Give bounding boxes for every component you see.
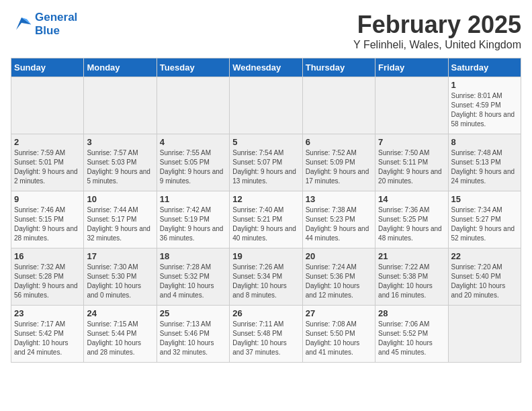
weekday-header-wednesday: Wednesday	[230, 58, 302, 77]
day-info: Sunrise: 8:01 AM Sunset: 4:59 PM Dayligh…	[451, 91, 518, 129]
calendar-cell: 18Sunrise: 7:28 AM Sunset: 5:32 PM Dayli…	[157, 248, 229, 306]
calendar-table: SundayMondayTuesdayWednesdayThursdayFrid…	[11, 58, 521, 363]
title-block: February 2025 Y Felinheli, Wales, United…	[353, 11, 521, 51]
calendar-header: SundayMondayTuesdayWednesdayThursdayFrid…	[11, 58, 521, 77]
day-number: 8	[451, 137, 518, 147]
calendar-cell: 19Sunrise: 7:26 AM Sunset: 5:34 PM Dayli…	[230, 248, 302, 306]
logo: General Blue	[11, 11, 77, 38]
day-info: Sunrise: 7:20 AM Sunset: 5:40 PM Dayligh…	[451, 263, 518, 300]
day-number: 20	[306, 251, 372, 261]
weekday-header-friday: Friday	[375, 58, 448, 77]
calendar-cell	[230, 77, 302, 134]
day-number: 10	[87, 194, 153, 204]
calendar-cell: 24Sunrise: 7:15 AM Sunset: 5:44 PM Dayli…	[84, 306, 157, 363]
calendar-cell: 25Sunrise: 7:13 AM Sunset: 5:46 PM Dayli…	[157, 306, 229, 363]
day-number: 3	[87, 137, 153, 147]
calendar-cell: 9Sunrise: 7:46 AM Sunset: 5:15 PM Daylig…	[11, 191, 84, 248]
day-number: 11	[160, 194, 226, 204]
day-number: 16	[14, 251, 81, 261]
calendar-week-3: 9Sunrise: 7:46 AM Sunset: 5:15 PM Daylig…	[11, 191, 521, 248]
calendar-cell	[84, 77, 157, 134]
weekday-header-row: SundayMondayTuesdayWednesdayThursdayFrid…	[11, 58, 521, 77]
calendar-week-4: 16Sunrise: 7:32 AM Sunset: 5:28 PM Dayli…	[11, 248, 521, 306]
day-info: Sunrise: 7:57 AM Sunset: 5:03 PM Dayligh…	[87, 148, 153, 186]
page-header: General Blue February 2025 Y Felinheli, …	[11, 11, 521, 51]
calendar-week-1: 1Sunrise: 8:01 AM Sunset: 4:59 PM Daylig…	[11, 77, 521, 134]
day-number: 4	[160, 137, 226, 147]
day-info: Sunrise: 7:42 AM Sunset: 5:19 PM Dayligh…	[160, 205, 226, 243]
logo-text: General Blue	[35, 11, 77, 38]
day-number: 1	[451, 80, 518, 90]
logo-icon	[11, 15, 32, 34]
day-info: Sunrise: 7:36 AM Sunset: 5:25 PM Dayligh…	[378, 205, 445, 243]
weekday-header-saturday: Saturday	[448, 58, 521, 77]
day-info: Sunrise: 7:46 AM Sunset: 5:15 PM Dayligh…	[14, 205, 81, 243]
day-number: 9	[14, 194, 81, 204]
day-number: 15	[451, 194, 518, 204]
day-info: Sunrise: 7:22 AM Sunset: 5:38 PM Dayligh…	[378, 263, 445, 300]
svg-marker-0	[16, 17, 31, 30]
weekday-header-sunday: Sunday	[11, 58, 84, 77]
day-info: Sunrise: 7:54 AM Sunset: 5:07 PM Dayligh…	[232, 148, 299, 186]
day-info: Sunrise: 7:30 AM Sunset: 5:30 PM Dayligh…	[87, 263, 153, 300]
weekday-header-monday: Monday	[84, 58, 157, 77]
weekday-header-thursday: Thursday	[302, 58, 375, 77]
calendar-cell: 22Sunrise: 7:20 AM Sunset: 5:40 PM Dayli…	[448, 248, 521, 306]
day-number: 12	[232, 194, 299, 204]
calendar-cell: 12Sunrise: 7:40 AM Sunset: 5:21 PM Dayli…	[230, 191, 302, 248]
day-number: 18	[160, 251, 226, 261]
day-number: 17	[87, 251, 153, 261]
calendar-week-2: 2Sunrise: 7:59 AM Sunset: 5:01 PM Daylig…	[11, 134, 521, 191]
day-info: Sunrise: 7:59 AM Sunset: 5:01 PM Dayligh…	[14, 148, 81, 186]
day-number: 26	[232, 308, 299, 318]
day-number: 7	[378, 137, 445, 147]
day-info: Sunrise: 7:24 AM Sunset: 5:36 PM Dayligh…	[306, 263, 372, 300]
calendar-cell: 26Sunrise: 7:11 AM Sunset: 5:48 PM Dayli…	[230, 306, 302, 363]
day-number: 5	[232, 137, 299, 147]
calendar-cell: 11Sunrise: 7:42 AM Sunset: 5:19 PM Dayli…	[157, 191, 229, 248]
day-number: 14	[378, 194, 445, 204]
day-info: Sunrise: 7:06 AM Sunset: 5:52 PM Dayligh…	[378, 320, 445, 357]
day-number: 19	[232, 251, 299, 261]
day-info: Sunrise: 7:13 AM Sunset: 5:46 PM Dayligh…	[160, 320, 226, 357]
day-info: Sunrise: 7:11 AM Sunset: 5:48 PM Dayligh…	[232, 320, 299, 357]
day-number: 2	[14, 137, 81, 147]
calendar-week-5: 23Sunrise: 7:17 AM Sunset: 5:42 PM Dayli…	[11, 306, 521, 363]
calendar-cell: 14Sunrise: 7:36 AM Sunset: 5:25 PM Dayli…	[375, 191, 448, 248]
day-info: Sunrise: 7:52 AM Sunset: 5:09 PM Dayligh…	[306, 148, 372, 186]
day-info: Sunrise: 7:40 AM Sunset: 5:21 PM Dayligh…	[232, 205, 299, 243]
calendar-cell: 17Sunrise: 7:30 AM Sunset: 5:30 PM Dayli…	[84, 248, 157, 306]
calendar-cell: 4Sunrise: 7:55 AM Sunset: 5:05 PM Daylig…	[157, 134, 229, 191]
day-number: 6	[306, 137, 372, 147]
day-info: Sunrise: 7:55 AM Sunset: 5:05 PM Dayligh…	[160, 148, 226, 186]
day-info: Sunrise: 7:48 AM Sunset: 5:13 PM Dayligh…	[451, 148, 518, 186]
calendar-cell	[157, 77, 229, 134]
calendar-cell: 13Sunrise: 7:38 AM Sunset: 5:23 PM Dayli…	[302, 191, 375, 248]
day-info: Sunrise: 7:50 AM Sunset: 5:11 PM Dayligh…	[378, 148, 445, 186]
calendar-cell: 21Sunrise: 7:22 AM Sunset: 5:38 PM Dayli…	[375, 248, 448, 306]
day-info: Sunrise: 7:26 AM Sunset: 5:34 PM Dayligh…	[232, 263, 299, 300]
calendar-cell: 15Sunrise: 7:34 AM Sunset: 5:27 PM Dayli…	[448, 191, 521, 248]
calendar-cell	[375, 77, 448, 134]
day-info: Sunrise: 7:44 AM Sunset: 5:17 PM Dayligh…	[87, 205, 153, 243]
calendar-cell: 20Sunrise: 7:24 AM Sunset: 5:36 PM Dayli…	[302, 248, 375, 306]
calendar-title: February 2025	[353, 11, 521, 39]
calendar-cell: 10Sunrise: 7:44 AM Sunset: 5:17 PM Dayli…	[84, 191, 157, 248]
day-info: Sunrise: 7:17 AM Sunset: 5:42 PM Dayligh…	[14, 320, 81, 357]
day-info: Sunrise: 7:38 AM Sunset: 5:23 PM Dayligh…	[306, 205, 372, 243]
calendar-cell: 8Sunrise: 7:48 AM Sunset: 5:13 PM Daylig…	[448, 134, 521, 191]
day-number: 24	[87, 308, 153, 318]
day-number: 27	[306, 308, 372, 318]
calendar-cell: 1Sunrise: 8:01 AM Sunset: 4:59 PM Daylig…	[448, 77, 521, 134]
day-number: 28	[378, 308, 445, 318]
day-number: 23	[14, 308, 81, 318]
weekday-header-tuesday: Tuesday	[157, 58, 229, 77]
calendar-cell	[302, 77, 375, 134]
calendar-cell: 2Sunrise: 7:59 AM Sunset: 5:01 PM Daylig…	[11, 134, 84, 191]
calendar-cell	[448, 306, 521, 363]
day-number: 21	[378, 251, 445, 261]
day-info: Sunrise: 7:08 AM Sunset: 5:50 PM Dayligh…	[306, 320, 372, 357]
day-info: Sunrise: 7:34 AM Sunset: 5:27 PM Dayligh…	[451, 205, 518, 243]
day-number: 25	[160, 308, 226, 318]
calendar-cell: 16Sunrise: 7:32 AM Sunset: 5:28 PM Dayli…	[11, 248, 84, 306]
